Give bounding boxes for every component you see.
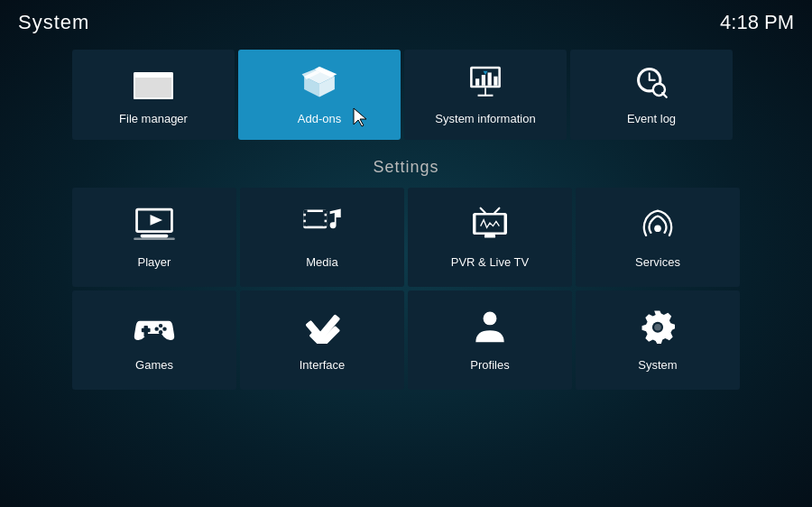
svg-point-58: [484, 311, 497, 325]
svg-point-50: [154, 327, 158, 330]
svg-rect-29: [141, 234, 169, 237]
svg-point-48: [162, 327, 166, 330]
svg-rect-10: [475, 78, 479, 86]
add-ons-icon: [300, 65, 339, 105]
svg-point-47: [159, 323, 162, 327]
settings-tile-games[interactable]: Games: [72, 290, 236, 390]
svg-rect-11: [482, 74, 485, 85]
system-label: System: [638, 358, 677, 372]
event-log-icon: [632, 65, 671, 105]
svg-rect-34: [303, 216, 307, 219]
svg-rect-46: [142, 327, 151, 331]
svg-rect-36: [323, 209, 327, 213]
games-icon: [134, 309, 175, 349]
svg-point-60: [654, 323, 661, 330]
settings-tile-profiles[interactable]: Profiles: [408, 290, 572, 390]
system-information-icon: [466, 65, 505, 105]
settings-grid: Player Media: [72, 188, 740, 390]
settings-tile-player[interactable]: Player: [72, 188, 236, 287]
svg-rect-30: [134, 237, 174, 240]
system-information-label: System information: [435, 112, 535, 125]
svg-rect-43: [484, 235, 495, 237]
player-icon: [134, 207, 175, 246]
svg-rect-38: [323, 222, 327, 226]
pvr-icon: [469, 207, 511, 246]
app-title: System: [18, 11, 89, 34]
pvr-label: PVR & Live TV: [451, 255, 529, 269]
svg-line-42: [494, 207, 499, 212]
svg-rect-33: [303, 209, 307, 213]
settings-tile-pvr[interactable]: PVR & Live TV: [408, 188, 572, 287]
file-manager-label: File manager: [119, 112, 188, 125]
tile-event-log[interactable]: Event log: [570, 50, 733, 140]
profiles-label: Profiles: [470, 358, 509, 372]
interface-icon: [301, 309, 343, 349]
interface-label: Interface: [300, 358, 346, 372]
media-label: Media: [306, 255, 337, 269]
event-log-label: Event log: [627, 112, 676, 125]
clock: 4:18 PM: [720, 11, 794, 34]
profiles-icon: [469, 309, 511, 349]
services-label: Services: [635, 255, 680, 269]
settings-section: Settings Player: [72, 158, 740, 390]
tile-system-information[interactable]: System information: [404, 50, 567, 140]
top-tiles-row: File manager Add-ons: [72, 50, 733, 140]
add-ons-label: Add-ons: [298, 112, 341, 125]
svg-rect-32: [306, 212, 325, 226]
settings-tile-system[interactable]: System: [576, 290, 740, 390]
svg-rect-37: [323, 216, 327, 219]
player-label: Player: [138, 255, 171, 269]
tile-file-manager[interactable]: File manager: [72, 50, 235, 140]
services-icon: [637, 207, 678, 246]
games-label: Games: [135, 358, 173, 372]
media-icon: [301, 207, 343, 246]
svg-rect-35: [303, 222, 307, 226]
svg-rect-13: [494, 76, 497, 85]
settings-tile-interface[interactable]: Interface: [240, 290, 404, 390]
svg-rect-12: [488, 72, 492, 85]
system-icon: [637, 309, 678, 349]
svg-point-49: [159, 329, 162, 333]
file-manager-icon: [134, 65, 173, 105]
settings-tile-media[interactable]: Media: [240, 188, 404, 287]
svg-line-41: [481, 207, 485, 212]
settings-title: Settings: [72, 158, 740, 177]
svg-point-44: [654, 225, 661, 232]
tile-add-ons[interactable]: Add-ons: [238, 50, 401, 140]
top-bar: System 4:18 PM: [0, 0, 812, 45]
settings-tile-services[interactable]: Services: [576, 188, 740, 287]
